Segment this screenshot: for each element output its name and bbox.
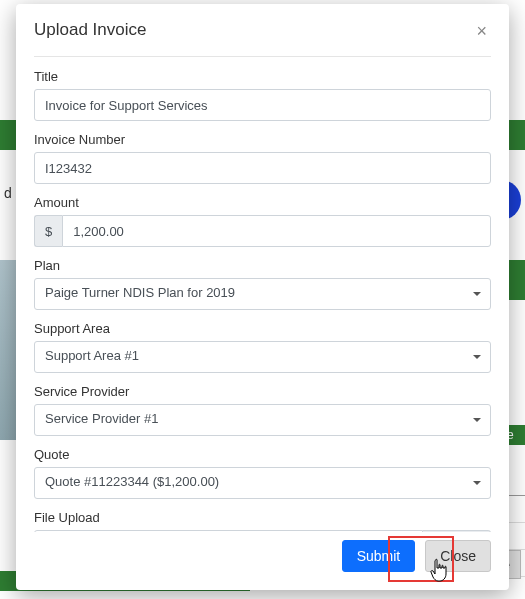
submit-button[interactable]: Submit <box>342 540 416 572</box>
modal-body: Title Invoice Number Amount $ Plan Paige… <box>34 69 491 532</box>
support-area-select[interactable]: Support Area #1 <box>34 341 491 373</box>
plan-select[interactable]: Paige Turner NDIS Plan for 2019 <box>34 278 491 310</box>
form-group-service-provider: Service Provider Service Provider #1 <box>34 384 491 436</box>
form-group-invoice-number: Invoice Number <box>34 132 491 184</box>
quote-select[interactable]: Quote #11223344 ($1,200.00) <box>34 467 491 499</box>
close-button[interactable]: Close <box>425 540 491 572</box>
currency-prefix: $ <box>34 215 62 247</box>
service-provider-label: Service Provider <box>34 384 491 399</box>
form-group-amount: Amount $ <box>34 195 491 247</box>
form-group-support-area: Support Area Support Area #1 <box>34 321 491 373</box>
form-group-title: Title <box>34 69 491 121</box>
upload-invoice-modal: Upload Invoice × Title Invoice Number Am… <box>16 4 509 590</box>
amount-label: Amount <box>34 195 491 210</box>
invoice-number-input[interactable] <box>34 152 491 184</box>
title-input[interactable] <box>34 89 491 121</box>
plan-label: Plan <box>34 258 491 273</box>
quote-label: Quote <box>34 447 491 462</box>
form-group-plan: Plan Paige Turner NDIS Plan for 2019 <box>34 258 491 310</box>
form-group-quote: Quote Quote #11223344 ($1,200.00) <box>34 447 491 499</box>
file-upload-label: File Upload <box>34 510 491 525</box>
modal-title: Upload Invoice <box>34 20 146 40</box>
form-group-file-upload: File Upload Browse <box>34 510 491 532</box>
service-provider-select[interactable]: Service Provider #1 <box>34 404 491 436</box>
close-icon[interactable]: × <box>472 20 491 42</box>
modal-footer: Submit Close <box>34 532 491 572</box>
support-area-label: Support Area <box>34 321 491 336</box>
invoice-number-label: Invoice Number <box>34 132 491 147</box>
amount-input-group: $ <box>34 215 491 247</box>
amount-input[interactable] <box>62 215 491 247</box>
modal-header: Upload Invoice × <box>34 20 491 57</box>
title-label: Title <box>34 69 491 84</box>
